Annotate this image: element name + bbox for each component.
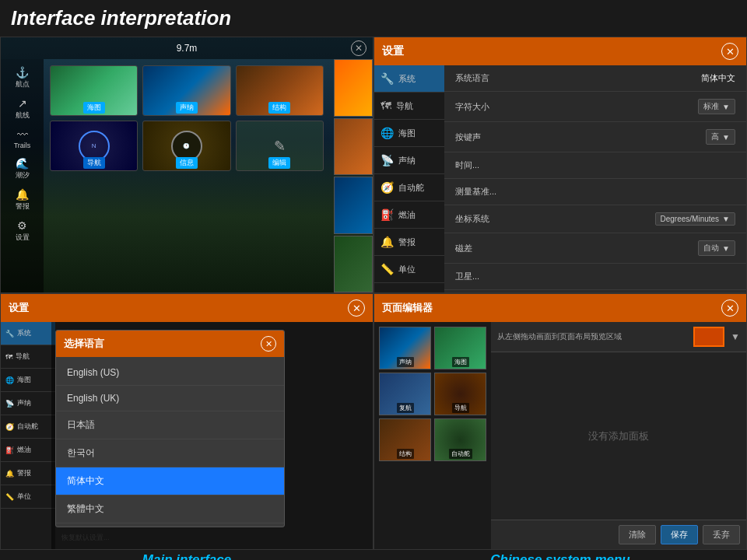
map-icon: 🗺 xyxy=(381,100,391,112)
lang-sidebar-chart[interactable]: 🌐 海图 xyxy=(1,369,55,392)
menu-label-satellite: 卫星... xyxy=(455,271,479,282)
menu-row-measure[interactable]: 测量基准... xyxy=(444,179,746,205)
lang-option-english-uk[interactable]: English (UK) xyxy=(56,386,284,411)
editor-canvas: 没有添加面板 xyxy=(491,352,746,520)
menu-header: 设置 ✕ xyxy=(374,37,746,65)
menu-sidebar-label-alarm: 警报 xyxy=(398,236,416,248)
coord-value: Degrees/Minutes xyxy=(661,215,720,223)
sidebar-label-route: 航线 xyxy=(16,110,30,121)
card-label-info: 信息 xyxy=(176,157,198,169)
editor-header: 页面编辑器 ✕ xyxy=(374,294,746,322)
lang-sidebar-autopilot[interactable]: 🧭 自动舵 xyxy=(1,415,55,439)
fontsize-dropdown[interactable]: 标准 ▼ xyxy=(698,99,735,114)
lang-sidebar-label-system: 系统 xyxy=(17,328,31,338)
wrench-icon: 🔧 xyxy=(381,72,394,85)
coord-dropdown[interactable]: Degrees/Minutes ▼ xyxy=(655,212,736,226)
editor-panel-right: 从左侧拖动画面到页面布局预览区域 ▼ 没有添加面板 清除 保存 丢弃 xyxy=(491,322,746,549)
label-chinese-menu: Chinese system menu xyxy=(374,550,747,560)
save-button[interactable]: 保存 xyxy=(661,525,698,544)
lang-sidebar-alarm[interactable]: 🔔 警报 xyxy=(1,462,55,485)
lang-sidebar-label-chart: 海图 xyxy=(17,375,31,385)
lang-sidebar-label-nav: 导航 xyxy=(16,352,30,362)
quadrant-page-editor: 页面编辑器 ✕ 声纳 海图 复航 导 xyxy=(374,293,747,550)
panel-label-struct: 结构 xyxy=(397,449,414,459)
menu-sidebar: 🔧 系统 🗺 导航 🌐 海图 📡 声纳 🧭 自动舵 xyxy=(374,65,444,292)
card-label-struct: 结构 xyxy=(268,102,290,114)
sidebar-item-route[interactable]: ↗ 航线 xyxy=(1,95,44,123)
card-sonar[interactable]: 声纳 xyxy=(142,65,230,116)
sidebar-item-settings[interactable]: ⚙ 设置 xyxy=(1,217,44,245)
label-main-interface: Main interface xyxy=(0,550,374,560)
quad-grid: 9.7m ✕ ⚓ 航点 ↗ 航线 〰 Trails 🌊 潮汐 🔔 xyxy=(0,37,747,550)
card-edit[interactable]: ✎ 编辑 xyxy=(236,121,324,171)
panel-card-struct[interactable]: 结构 xyxy=(379,418,431,461)
panel-card-auto[interactable]: 自动舵 xyxy=(434,418,486,461)
card-compass[interactable]: N 导航 xyxy=(50,121,138,171)
menu-sidebar-nav[interactable]: 🗺 导航 xyxy=(374,93,444,120)
settings-close-button[interactable]: ✕ xyxy=(348,299,365,317)
keybeep-value: 高 xyxy=(711,131,719,142)
panel-card-sonar[interactable]: 声纳 xyxy=(379,327,431,369)
menu-sidebar-chart[interactable]: 🌐 海图 xyxy=(374,120,444,147)
menu-sidebar-system[interactable]: 🔧 系统 xyxy=(374,65,444,93)
editor-panel-left: 声纳 海图 复航 导航 结构 xyxy=(374,322,491,549)
lang-option-japanese[interactable]: 日本語 xyxy=(56,411,284,439)
menu-row-satellite[interactable]: 卫星... xyxy=(444,264,746,290)
card-map[interactable]: 海图 xyxy=(50,65,138,116)
menu-sidebar-fuel[interactable]: ⛽ 燃油 xyxy=(374,201,444,229)
close-icon[interactable]: ✕ xyxy=(351,40,366,56)
fontsize-value: 标准 xyxy=(703,101,719,112)
wrench-icon: 🔧 xyxy=(5,330,14,338)
card-info[interactable]: 🕐 信息 xyxy=(142,121,230,171)
menu-sidebar-alarm[interactable]: 🔔 警报 xyxy=(374,229,444,256)
editor-hint-text: 从左侧拖动画面到页面布局预览区域 xyxy=(497,331,687,342)
card-struct[interactable]: 结构 xyxy=(236,65,324,116)
panel-card-map[interactable]: 海图 xyxy=(434,327,486,369)
bell-icon: 🔔 xyxy=(381,236,394,248)
menu-sidebar-label-unit: 单位 xyxy=(398,264,416,275)
chevron-down-icon: ▼ xyxy=(722,244,730,253)
menu-header-title: 设置 xyxy=(382,44,404,58)
lang-header: 设置 ✕ xyxy=(1,294,373,322)
sidebar-item-alert[interactable]: 🔔 警报 xyxy=(1,186,44,214)
sidebar-item-tide[interactable]: 🌊 潮汐 xyxy=(1,155,44,183)
menu-label-language: 系统语言 xyxy=(455,72,489,84)
sidebar-item-trails[interactable]: 〰 Trails xyxy=(1,126,44,152)
globe-icon: 🌐 xyxy=(381,127,394,139)
editor-close-button[interactable]: ✕ xyxy=(721,299,738,317)
editor-color-preview[interactable] xyxy=(693,327,724,347)
menu-close-button[interactable]: ✕ xyxy=(721,43,738,60)
lang-option-simplified-chinese[interactable]: 简体中文 xyxy=(56,467,284,495)
menu-sidebar-unit[interactable]: 📏 单位 xyxy=(374,256,444,283)
discard-button[interactable]: 丢弃 xyxy=(703,525,740,544)
panel-card-fuel[interactable]: 导航 xyxy=(434,373,486,415)
menu-row-language: 系统语言 简体中文 xyxy=(444,65,746,92)
chevron-down-icon: ▼ xyxy=(722,215,730,223)
lang-sidebar-system[interactable]: 🔧 系统 xyxy=(1,322,55,345)
panel-card-nav[interactable]: 复航 xyxy=(379,373,431,415)
clear-button[interactable]: 清除 xyxy=(619,525,656,544)
keybeep-dropdown[interactable]: 高 ▼ xyxy=(706,129,735,145)
lang-option-traditional-chinese[interactable]: 繁體中文 xyxy=(56,495,284,523)
sidebar-item-waypoint[interactable]: ⚓ 航点 xyxy=(1,64,44,92)
menu-sidebar-sonar[interactable]: 📡 声纳 xyxy=(374,147,444,174)
q1-header: 9.7m ✕ xyxy=(1,37,373,59)
lang-dialog-header: 选择语言 ✕ xyxy=(56,331,284,357)
menu-row-time[interactable]: 时间... xyxy=(444,152,746,179)
editor-dropdown-chevron[interactable]: ▼ xyxy=(731,331,740,342)
panel-row-2: 复航 导航 xyxy=(379,373,486,415)
card-label-sonar: 声纳 xyxy=(176,102,198,114)
magdiff-dropdown[interactable]: 自动 ▼ xyxy=(698,240,735,256)
lang-sidebar-fuel[interactable]: ⛽ 燃油 xyxy=(1,439,55,462)
sidebar-label-trails: Trails xyxy=(14,142,31,149)
lang-option-korean[interactable]: 한국어 xyxy=(56,439,284,467)
lang-sidebar-sonar[interactable]: 📡 声纳 xyxy=(1,392,55,415)
lang-dialog-close-button[interactable]: ✕ xyxy=(261,336,276,352)
lang-sidebar-unit[interactable]: 📏 单位 xyxy=(1,485,55,509)
card-row-1: 海图 声纳 结构 xyxy=(50,65,324,116)
magdiff-value: 自动 xyxy=(703,243,719,254)
menu-sidebar-label-chart: 海图 xyxy=(398,128,416,139)
lang-option-english-us[interactable]: English (US) xyxy=(56,360,284,386)
menu-sidebar-autopilot[interactable]: 🧭 自动舵 xyxy=(374,174,444,201)
lang-sidebar-nav[interactable]: 🗺 导航 xyxy=(1,345,55,369)
